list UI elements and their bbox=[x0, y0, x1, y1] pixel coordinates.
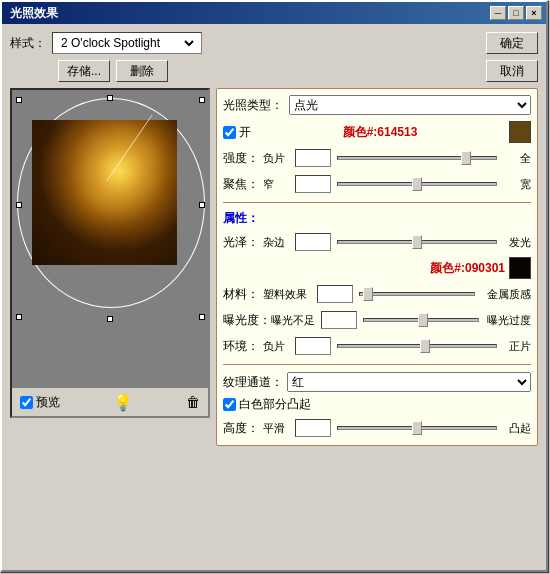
channel-label: 纹理通道： bbox=[223, 374, 283, 391]
ambience-label: 环境： bbox=[223, 338, 259, 355]
title-bar-buttons: ─ □ × bbox=[490, 6, 542, 20]
exposure-label: 曝光度： bbox=[223, 312, 267, 329]
color1-label: 颜色#:614513 bbox=[343, 124, 418, 141]
gloss-right: 发光 bbox=[503, 235, 531, 250]
material-thumb[interactable] bbox=[363, 287, 373, 301]
close-icon: × bbox=[531, 8, 536, 18]
intensity-value[interactable]: 97 bbox=[295, 149, 331, 167]
divider-2 bbox=[223, 364, 531, 365]
ambience-right: 正片 bbox=[503, 339, 531, 354]
preview-checkbox[interactable] bbox=[20, 396, 33, 409]
bulb-icon[interactable]: 💡 bbox=[113, 393, 133, 412]
on-checkbox[interactable] bbox=[223, 126, 236, 139]
confirm-button[interactable]: 确定 bbox=[486, 32, 538, 54]
dialog-body: 样式： 2 O'clock Spotlight 确定 存储... 删除 取消 bbox=[2, 24, 546, 454]
focus-value[interactable]: 0 bbox=[295, 175, 331, 193]
handle-right[interactable] bbox=[199, 202, 205, 208]
handle-top[interactable] bbox=[107, 95, 113, 101]
handle-bl[interactable] bbox=[16, 314, 22, 320]
material-label: 材料： bbox=[223, 286, 259, 303]
top-row: 样式： 2 O'clock Spotlight 确定 bbox=[10, 32, 538, 54]
handle-tr[interactable] bbox=[199, 97, 205, 103]
texture-channel-row: 纹理通道： 红 绿 蓝 无 bbox=[223, 372, 531, 392]
gloss-value[interactable]: 0 bbox=[295, 233, 331, 251]
intensity-slider[interactable] bbox=[337, 156, 497, 160]
exposure-value[interactable]: 0 bbox=[321, 311, 357, 329]
focus-row: 聚焦： 窄 0 宽 bbox=[223, 175, 531, 193]
ambience-value[interactable]: 10 bbox=[295, 337, 331, 355]
handle-left[interactable] bbox=[16, 202, 22, 208]
material-slider[interactable] bbox=[359, 292, 475, 296]
preview-image bbox=[32, 120, 177, 265]
ambience-thumb[interactable] bbox=[420, 339, 430, 353]
divider-1 bbox=[223, 202, 531, 203]
color-swatch-1[interactable] bbox=[509, 121, 531, 143]
ambience-left: 负片 bbox=[263, 339, 291, 354]
material-right: 金属质感 bbox=[481, 287, 531, 302]
light-type-select[interactable]: 点光 全光源 平行光 bbox=[289, 95, 531, 115]
height-slider[interactable] bbox=[337, 426, 497, 430]
preview-panel: 预览 💡 🗑 bbox=[10, 88, 210, 418]
exposure-slider[interactable] bbox=[363, 318, 479, 322]
preview-canvas bbox=[12, 90, 208, 388]
minimize-button[interactable]: ─ bbox=[490, 6, 506, 20]
on-label: 开 bbox=[239, 124, 251, 141]
maximize-button[interactable]: □ bbox=[508, 6, 524, 20]
style-select-box[interactable]: 2 O'clock Spotlight bbox=[52, 32, 202, 54]
handle-bottom[interactable] bbox=[107, 316, 113, 322]
focus-thumb[interactable] bbox=[412, 177, 422, 191]
gloss-row: 光泽： 杂边 0 发光 bbox=[223, 233, 531, 251]
intensity-left: 负片 bbox=[263, 151, 291, 166]
gloss-left: 杂边 bbox=[263, 235, 291, 250]
maximize-icon: □ bbox=[513, 8, 518, 18]
minimize-icon: ─ bbox=[495, 8, 501, 18]
ambience-slider[interactable] bbox=[337, 344, 497, 348]
on-checkbox-row: 开 bbox=[223, 124, 251, 141]
focus-left: 窄 bbox=[263, 177, 291, 192]
preview-controls: 预览 💡 🗑 bbox=[12, 388, 208, 416]
color2-label: 颜色#:090301 bbox=[430, 260, 505, 277]
color-swatch-2[interactable] bbox=[509, 257, 531, 279]
focus-right: 宽 bbox=[503, 177, 531, 192]
exposure-right: 曝光过度 bbox=[485, 313, 531, 328]
white-label: 白色部分凸起 bbox=[239, 396, 311, 413]
texture-channel-select[interactable]: 红 绿 蓝 无 bbox=[287, 372, 531, 392]
exposure-left: 曝光不足 bbox=[271, 313, 317, 328]
trash-icon[interactable]: 🗑 bbox=[186, 394, 200, 410]
style-label: 样式： bbox=[10, 35, 46, 52]
material-row: 材料： 塑料效果 -99 金属质感 bbox=[223, 285, 531, 303]
second-row: 存储... 删除 取消 bbox=[14, 60, 538, 82]
light-type-label: 光照类型： bbox=[223, 97, 283, 114]
height-value[interactable]: 50 bbox=[295, 419, 331, 437]
ambience-row: 环境： 负片 10 正片 bbox=[223, 337, 531, 355]
height-row: 高度： 平滑 50 凸起 bbox=[223, 419, 531, 437]
height-left: 平滑 bbox=[263, 421, 291, 436]
color2-row: 颜色#:090301 bbox=[223, 257, 531, 279]
handle-br[interactable] bbox=[199, 314, 205, 320]
preview-label: 预览 bbox=[36, 394, 60, 411]
focus-label: 聚焦： bbox=[223, 176, 259, 193]
material-value[interactable]: -99 bbox=[317, 285, 353, 303]
dialog-lighting-effects: 光照效果 ─ □ × 样式： 2 O'clock Spotlight 确定 存储… bbox=[0, 0, 548, 572]
close-button[interactable]: × bbox=[526, 6, 542, 20]
gloss-thumb[interactable] bbox=[412, 235, 422, 249]
gloss-slider[interactable] bbox=[337, 240, 497, 244]
properties-header: 属性： bbox=[223, 210, 531, 227]
focus-slider[interactable] bbox=[337, 182, 497, 186]
properties-label: 属性： bbox=[223, 211, 259, 225]
intensity-right: 全 bbox=[503, 151, 531, 166]
white-checkbox[interactable] bbox=[223, 398, 236, 411]
handle-tl[interactable] bbox=[16, 97, 22, 103]
cancel-button[interactable]: 取消 bbox=[486, 60, 538, 82]
delete-button[interactable]: 删除 bbox=[116, 60, 168, 82]
height-thumb[interactable] bbox=[412, 421, 422, 435]
preview-checkbox-row: 预览 bbox=[20, 394, 60, 411]
svg-rect-1 bbox=[32, 120, 177, 265]
material-left: 塑料效果 bbox=[263, 287, 313, 302]
intensity-thumb[interactable] bbox=[461, 151, 471, 165]
exposure-thumb[interactable] bbox=[418, 313, 428, 327]
style-select[interactable]: 2 O'clock Spotlight bbox=[57, 35, 197, 51]
save-button[interactable]: 存储... bbox=[58, 60, 110, 82]
exposure-row: 曝光度： 曝光不足 0 曝光过度 bbox=[223, 311, 531, 329]
title-bar: 光照效果 ─ □ × bbox=[2, 2, 546, 24]
